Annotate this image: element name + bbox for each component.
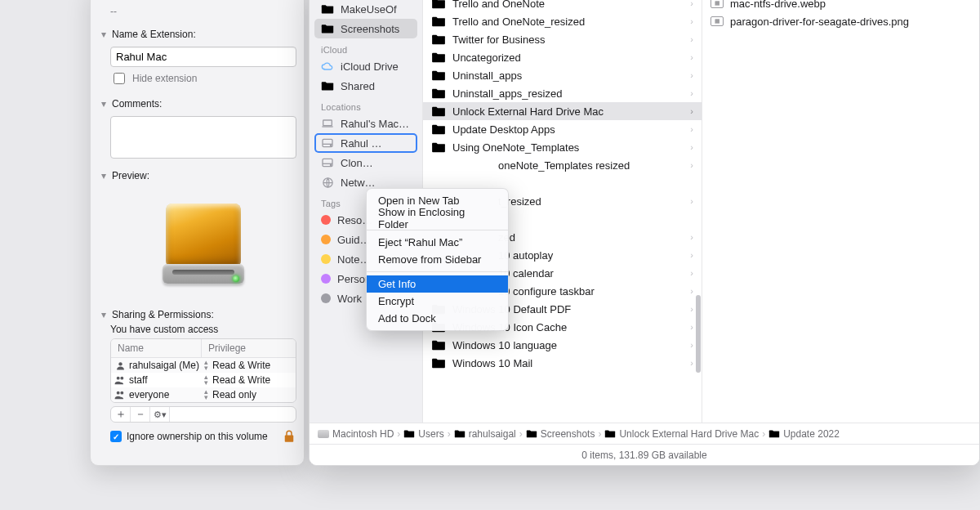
name-ext-section-header[interactable]: ▾ Name & Extension:	[91, 27, 304, 42]
svg-point-1	[117, 377, 120, 380]
table-row[interactable]: staff▴▾Read & Write	[111, 373, 296, 387]
svg-point-2	[120, 377, 123, 380]
menu-item[interactable]: Get Info	[367, 275, 508, 293]
more-info-label: More Info:	[112, 0, 156, 2]
list-item[interactable]: Using OneNote_Templates›	[423, 138, 702, 156]
folder-icon	[454, 429, 466, 438]
list-item[interactable]: Uninstall_apps›	[423, 66, 702, 84]
list-item-label: 10 configure taskbar	[498, 285, 684, 298]
breadcrumb[interactable]: Update 2022	[768, 428, 840, 440]
table-row[interactable]: rahulsaigal (Me)▴▾Read & Write	[111, 358, 296, 373]
disclosure-down-icon: ▾	[99, 29, 109, 39]
list-item-label: zed	[498, 231, 684, 244]
list-item-label: Windows 10 Mail	[452, 357, 684, 369]
menu-item[interactable]: Remove from Sidebar	[367, 251, 508, 268]
comments-section-header[interactable]: ▾ Comments:	[91, 96, 304, 111]
chevron-right-icon: ›	[690, 358, 693, 368]
breadcrumb-label: rahulsaigal	[469, 428, 516, 440]
breadcrumb-label: Macintosh HD	[332, 428, 394, 440]
add-permission-button[interactable]: ＋	[111, 407, 131, 422]
remove-permission-button[interactable]: －	[131, 407, 150, 422]
sharing-label: Sharing & Permissions:	[112, 309, 214, 320]
sidebar-item[interactable]: Shared	[314, 76, 417, 96]
breadcrumb-label: Update 2022	[783, 428, 840, 440]
external-drive-icon	[159, 200, 247, 289]
laptop-icon	[321, 117, 334, 130]
menu-item[interactable]: Eject “Rahul Mac”	[367, 234, 508, 251]
chevron-right-icon: ›	[690, 250, 693, 260]
breadcrumb[interactable]: rahulsaigal	[454, 428, 516, 440]
permission-name: rahulsaigal (Me)	[129, 360, 201, 371]
tag-dot-icon	[321, 215, 331, 225]
chevron-right-icon: ›	[690, 88, 693, 98]
menu-item[interactable]: Encrypt	[367, 293, 508, 310]
chevron-right-icon: ›	[762, 428, 765, 440]
list-item-label: 10 calendar	[498, 267, 684, 280]
preview-label: Preview:	[112, 170, 149, 181]
list-item[interactable]: Uninstall_apps_resized›	[423, 84, 702, 102]
preview-section-header[interactable]: ▾ Preview:	[91, 168, 304, 183]
table-row[interactable]: everyone▴▾Read only	[111, 387, 296, 402]
folder-icon	[321, 2, 334, 16]
ignore-ownership-checkbox[interactable]: ✓	[110, 431, 122, 442]
sidebar-item[interactable]: Clon…	[314, 153, 417, 172]
list-item[interactable]: ▦paragon-driver-for-seagate-drives.png	[702, 12, 979, 30]
list-item[interactable]: Twitter for Business›	[423, 30, 702, 48]
breadcrumb[interactable]: Macintosh HD	[318, 428, 394, 440]
lock-icon[interactable]	[282, 429, 296, 444]
sharing-section-header[interactable]: ▾ Sharing & Permissions:	[91, 307, 304, 322]
name-extension-input[interactable]	[110, 47, 296, 67]
hide-extension-checkbox[interactable]	[114, 73, 125, 84]
sidebar-section-label: iCloud	[314, 38, 417, 56]
list-item[interactable]: Windows 10 Mail›	[423, 354, 702, 372]
svg-rect-5	[323, 120, 332, 126]
breadcrumb[interactable]: Screenshots	[526, 428, 595, 440]
folder-icon	[431, 69, 446, 81]
preview-thumbnail	[110, 191, 296, 298]
breadcrumb[interactable]: Users	[403, 428, 443, 440]
list-item[interactable]: oneNote_Templates resized›	[423, 156, 702, 174]
chevron-right-icon: ›	[690, 340, 693, 350]
list-item[interactable]: Windows 10 language›	[423, 336, 702, 354]
permissions-toolbar: ＋ － ⚙︎▾	[110, 406, 296, 423]
disclosure-down-icon: ▾	[99, 310, 109, 320]
permission-privilege[interactable]: ▴▾Read only	[201, 389, 296, 400]
permission-privilege[interactable]: ▴▾Read & Write	[201, 360, 296, 371]
comments-label: Comments:	[112, 98, 162, 110]
scrollbar-thumb[interactable]	[696, 295, 701, 373]
chevron-right-icon: ›	[690, 124, 693, 134]
sidebar-section-label: Locations	[314, 96, 417, 114]
folder-icon	[431, 34, 446, 45]
comments-textarea[interactable]	[110, 116, 296, 159]
list-item[interactable]: Uncategorized›	[423, 48, 702, 66]
folder-icon	[431, 159, 492, 171]
permissions-action-menu[interactable]: ⚙︎▾	[150, 407, 170, 422]
tag-dot-icon	[321, 235, 331, 244]
group-icon	[111, 375, 129, 385]
sidebar-item[interactable]: Screenshots	[314, 19, 417, 38]
sidebar-item-label: Netw…	[341, 177, 376, 189]
breadcrumb[interactable]: Unlock External Hard Drive Mac	[604, 428, 759, 440]
list-item[interactable]: Trello and OneNote_resized›	[423, 12, 702, 30]
sidebar-item[interactable]: Rahul …	[314, 133, 417, 153]
list-item[interactable]: Trello and OneNote›	[423, 0, 702, 12]
sidebar-item[interactable]: MakeUseOf	[314, 0, 417, 19]
sidebar-item[interactable]: Rahul's Mac…	[314, 114, 417, 133]
list-item[interactable]: ▦mac-ntfs-drive.webp	[702, 0, 979, 12]
list-item[interactable]: Update Desktop Apps›	[423, 120, 702, 138]
menu-item[interactable]: Add to Dock	[367, 310, 508, 327]
folder-icon	[431, 357, 446, 369]
chevron-right-icon: ›	[690, 16, 693, 26]
list-item-label: Unlock External Hard Drive Mac	[452, 105, 684, 118]
disk-icon	[321, 136, 334, 150]
list-item[interactable]: Unlock External Hard Drive Mac›	[423, 102, 702, 120]
sidebar-item[interactable]: iCloud Drive	[314, 56, 417, 76]
chevron-right-icon: ›	[690, 106, 693, 116]
permission-privilege[interactable]: ▴▾Read & Write	[201, 374, 296, 386]
folder-icon	[321, 22, 334, 35]
status-text: 0 items, 131.89 GB available	[581, 450, 706, 461]
name-ext-label: Name & Extension:	[112, 29, 196, 40]
menu-item[interactable]: Show in Enclosing Folder	[367, 209, 508, 226]
svg-point-0	[118, 362, 122, 365]
cloud-icon	[321, 60, 334, 73]
